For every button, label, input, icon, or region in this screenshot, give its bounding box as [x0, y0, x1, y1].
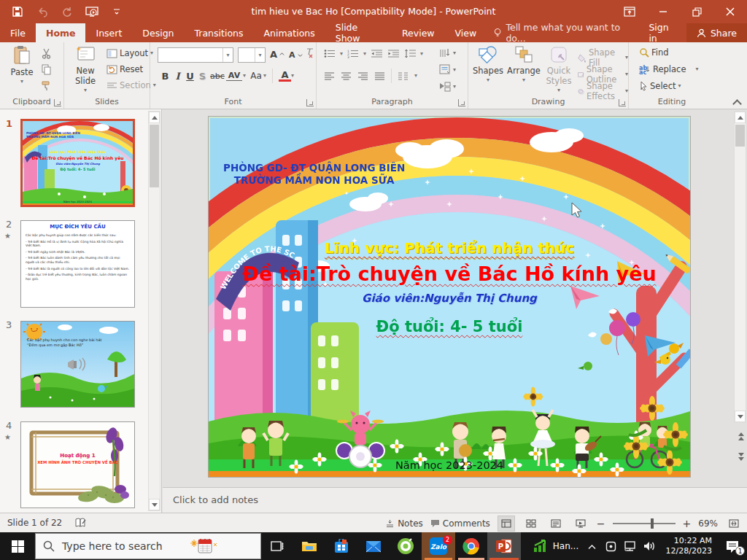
reset-button[interactable]: Reset	[107, 64, 143, 74]
tab-transitions[interactable]: Transitions	[185, 23, 254, 42]
slide-sorter-view-button[interactable]	[522, 516, 540, 532]
grow-font-button[interactable]: A	[270, 49, 285, 60]
bullets-icon[interactable]	[324, 49, 336, 58]
tab-slideshow[interactable]: Slide Show	[325, 23, 392, 42]
font-dialog-launcher[interactable]	[306, 99, 314, 106]
spell-check-icon[interactable]	[75, 518, 87, 528]
field-text[interactable]: Lĩnh vực: Phát triển nhận thức	[209, 239, 690, 257]
clear-formatting-button[interactable]	[305, 48, 315, 58]
arrange-button[interactable]: Arrange ▾	[506, 45, 541, 83]
strikethrough-button[interactable]: abc	[209, 71, 226, 81]
clipboard-dialog-launcher[interactable]	[54, 99, 61, 106]
text-shadow-button[interactable]: S	[196, 71, 209, 82]
restore-button[interactable]	[680, 0, 713, 23]
next-slide-button[interactable]	[736, 451, 746, 462]
bold-button[interactable]: B	[159, 71, 171, 82]
tab-file[interactable]: File	[0, 23, 36, 42]
tell-me-box[interactable]: Tell me what you want to do...	[487, 23, 640, 42]
tray-app-button[interactable]	[602, 541, 621, 552]
font-size-combo[interactable]: ▾	[238, 47, 266, 63]
slide-thumbnail-2[interactable]: MỤC ĐÍCH YÊU CẦU Các bậc phụ huynh giúp …	[20, 220, 135, 308]
tab-home[interactable]: Home	[36, 23, 86, 42]
shapes-button[interactable]: Shapes ▾	[471, 45, 505, 83]
replace-button[interactable]: abac Replace ▾	[639, 64, 699, 74]
convert-smartart-button[interactable]: ▾	[439, 81, 456, 92]
font-color-button[interactable]: A	[279, 70, 291, 82]
decrease-indent-icon[interactable]	[371, 49, 383, 58]
underline-button[interactable]: U	[184, 71, 196, 82]
tray-expand-button[interactable]	[583, 541, 602, 551]
share-button[interactable]: Share	[686, 23, 747, 42]
tab-review[interactable]: Review	[392, 23, 445, 42]
store-button[interactable]	[325, 532, 357, 560]
layout-button[interactable]: Layout▾	[107, 48, 153, 58]
action-center-button[interactable]: 1	[718, 532, 747, 560]
zoom-slider-thumb[interactable]	[651, 518, 654, 529]
festive-calendar-icon[interactable]	[187, 537, 220, 556]
editor-scrollbar[interactable]	[734, 111, 746, 423]
new-slide-button[interactable]: New Slide ▾	[69, 45, 102, 93]
sign-in-button[interactable]: Sign in	[640, 23, 686, 42]
zoom-in-button[interactable]: +	[683, 518, 692, 529]
fit-slide-button[interactable]	[725, 516, 743, 532]
mail-button[interactable]	[357, 532, 390, 560]
line-spacing-icon[interactable]	[404, 49, 416, 58]
slide-thumbnail-3[interactable]: Các bậc phụ huynh cho con nghe bài hát“Đ…	[20, 321, 135, 408]
previous-slide-button[interactable]	[736, 430, 746, 442]
select-button[interactable]: Select▾	[639, 81, 681, 91]
scroll-up-button[interactable]	[735, 112, 746, 123]
scroll-up-button[interactable]	[149, 112, 160, 123]
copy-button[interactable]	[41, 64, 52, 75]
normal-view-button[interactable]	[498, 516, 515, 532]
coccoc-browser-button[interactable]	[390, 532, 422, 560]
scroll-down-button[interactable]	[735, 411, 746, 422]
file-explorer-button[interactable]	[293, 532, 325, 560]
tab-view[interactable]: View	[445, 23, 487, 42]
age-text[interactable]: Độ tuổi: 4- 5 tuổi	[209, 318, 690, 335]
columns-icon[interactable]	[398, 71, 409, 81]
zoom-level[interactable]: 69%	[698, 518, 718, 529]
increase-indent-icon[interactable]	[387, 49, 400, 58]
change-case-button[interactable]: Aa	[249, 71, 263, 81]
shrink-font-button[interactable]: A	[289, 50, 303, 60]
school-header-text[interactable]: PHÒNG GD- ĐT QUẬN LONG BIÊNTRƯỜNG MẦM NO…	[223, 162, 405, 187]
numbering-icon[interactable]: 123	[347, 49, 359, 58]
teacher-text[interactable]: Giáo viên:Nguyễn Thị Chung	[209, 292, 690, 305]
align-right-icon[interactable]	[357, 71, 368, 81]
zoom-out-button[interactable]: −	[597, 518, 605, 529]
tab-animations[interactable]: Animations	[253, 23, 325, 42]
justify-icon[interactable]	[374, 71, 385, 81]
minimize-button[interactable]	[646, 0, 680, 23]
slide-canvas[interactable]: WELCOME TO THE SCHOOL	[209, 117, 690, 477]
topic-text[interactable]: Đề tài:Trò chuyện về Bác Hồ kính yêu	[209, 262, 690, 285]
zalo-button[interactable]: Zalo 2	[422, 532, 455, 560]
find-button[interactable]: Find	[639, 47, 669, 58]
school-year-text[interactable]: Năm học 2023-2024	[209, 459, 690, 471]
powerpoint-button[interactable]: P	[487, 532, 521, 560]
scrollbar-thumb[interactable]	[735, 125, 745, 147]
close-button[interactable]	[713, 0, 747, 23]
font-name-combo[interactable]: ▾	[158, 47, 233, 63]
slide-thumbnail-4[interactable]: Hoạt động 1 XEM HÌNH ẢNH TRÒ CHUYỆN VỀ B…	[20, 421, 135, 508]
italic-button[interactable]: I	[171, 71, 184, 82]
character-spacing-button[interactable]: AV	[226, 71, 242, 81]
notes-toggle[interactable]: Notes	[385, 518, 423, 529]
scrollbar-thumb[interactable]	[150, 125, 159, 187]
thumbnail-scrollbar[interactable]	[148, 111, 160, 511]
cut-button[interactable]	[41, 48, 52, 59]
taskbar-clock[interactable]: 10:22 AM 12/28/2023	[660, 536, 718, 556]
ribbon-display-options-icon[interactable]	[613, 0, 646, 23]
format-painter-button[interactable]	[41, 80, 52, 91]
align-left-icon[interactable]	[324, 71, 335, 81]
comments-toggle[interactable]: Comments	[430, 518, 490, 529]
slideshow-view-button[interactable]	[572, 516, 589, 532]
tab-insert[interactable]: Insert	[85, 23, 132, 42]
network-button[interactable]	[621, 541, 640, 552]
drawing-dialog-launcher[interactable]	[619, 99, 626, 106]
notes-placeholder[interactable]: Click to add notes	[173, 494, 258, 505]
paragraph-dialog-launcher[interactable]	[458, 99, 465, 106]
slide-thumbnail-1[interactable]: PHÒNG GD- ĐT QUẬN LONG BIÊNTRƯỜNG MẦM NO…	[20, 119, 135, 207]
start-button[interactable]	[0, 532, 35, 560]
align-text-button[interactable]: ▾	[439, 64, 456, 75]
collapse-ribbon-button[interactable]	[732, 98, 741, 106]
